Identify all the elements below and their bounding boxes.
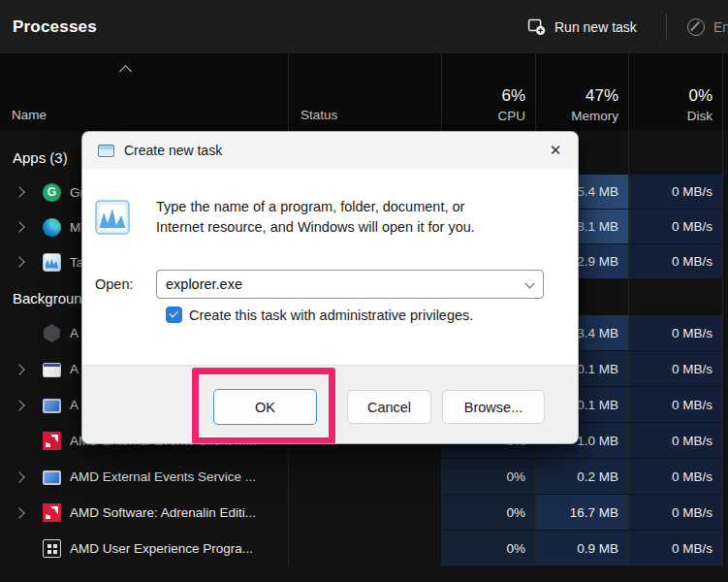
toolbar-divider: [666, 14, 667, 40]
disk-cell: 0 MB/s: [628, 459, 722, 495]
process-name: AMD Software: Adrenalin Editi...: [70, 505, 256, 520]
disk-total-percent: 0%: [688, 86, 712, 106]
disk-cell: 0 MB/s: [628, 351, 722, 387]
run-new-task-button[interactable]: Run new task: [518, 10, 647, 44]
process-row[interactable]: AMD External Events Service ... 0% 0.2 M…: [0, 459, 728, 495]
create-new-task-dialog: Create new task ✕ Type the name of a pro…: [81, 131, 579, 444]
memory-column-header[interactable]: 47% Memory: [535, 53, 628, 131]
grammarly-icon: [43, 183, 61, 202]
disk-cell: 0 MB/s: [628, 495, 722, 531]
disk-cell: 0 MB/s: [628, 531, 722, 566]
disk-cell: 0 MB/s: [628, 175, 722, 210]
process-name: A: [70, 362, 79, 376]
process-name: M: [70, 220, 80, 235]
disk-cell: 0 MB/s: [628, 244, 722, 279]
process-name: AMD User Experience Progra...: [70, 541, 253, 556]
hexagon-icon: [43, 324, 61, 342]
expand-chevron-icon[interactable]: [14, 473, 43, 481]
status-cell: [288, 531, 441, 566]
open-combobox: [156, 270, 544, 299]
disk-cell: 0 MB/s: [628, 315, 722, 351]
memory-total-percent: 47%: [586, 86, 618, 106]
status-cell: [288, 459, 441, 495]
cpu-total-percent: 6%: [501, 86, 525, 106]
end-task-button[interactable]: End task: [678, 10, 728, 44]
sort-ascending-icon: [119, 65, 132, 78]
process-row[interactable]: AMD Software: Adrenalin Editi... 0% 16.7…: [0, 495, 728, 531]
open-input[interactable]: [156, 270, 544, 299]
taskmgr-icon: [43, 253, 61, 272]
task-manager-icon: [95, 200, 130, 235]
status-column-header[interactable]: Status: [288, 53, 441, 131]
expand-chevron-icon[interactable]: [14, 402, 43, 409]
disk-cell: 0 MB/s: [628, 423, 722, 459]
open-label: Open:: [95, 276, 134, 292]
table-header: Name Status 6% CPU 47% Memory 0% Disk: [0, 53, 728, 131]
run-new-task-icon: [527, 17, 546, 36]
page-title: Processes: [13, 0, 97, 53]
cpu-column-header[interactable]: 6% CPU: [441, 53, 535, 131]
end-task-icon: [687, 18, 705, 36]
admin-privileges-checkbox[interactable]: [166, 307, 182, 323]
process-row[interactable]: AMD User Experience Progra... 0% 0.9 MB …: [0, 531, 728, 566]
monitor-icon: [43, 470, 61, 485]
edge-icon: [43, 218, 61, 237]
highlight-annotation: [192, 368, 335, 444]
expand-chevron-icon[interactable]: [14, 223, 43, 231]
dialog-titlebar: Create new task ✕: [82, 132, 578, 169]
admin-privileges-label: Create this task with administrative pri…: [189, 307, 473, 323]
status-cell: [288, 495, 441, 531]
toolbar: Processes Run new task End task: [0, 0, 728, 53]
dialog-message: Type the name of a program, folder, docu…: [156, 197, 554, 238]
expand-chevron-icon[interactable]: [14, 366, 43, 373]
cancel-button[interactable]: Cancel: [347, 390, 431, 424]
disk-cell: 0 MB/s: [628, 387, 722, 423]
cpu-cell: 0%: [441, 459, 535, 495]
run-dialog-icon: [98, 145, 114, 157]
close-icon[interactable]: ✕: [533, 132, 578, 169]
disk-cell: 0 MB/s: [628, 210, 722, 244]
name-column-header[interactable]: Name: [0, 53, 288, 131]
process-name: A: [70, 398, 79, 412]
amd-icon: [43, 432, 61, 450]
window-icon: [43, 363, 61, 377]
expand-chevron-icon[interactable]: [14, 258, 43, 266]
cpu-cell: 0%: [441, 531, 535, 566]
amd-icon: [43, 503, 61, 522]
browse-button[interactable]: Browse...: [442, 390, 545, 424]
run-new-task-label: Run new task: [554, 19, 637, 35]
expand-chevron-icon[interactable]: [14, 188, 43, 196]
building-icon: [43, 539, 61, 558]
process-name: AMD External Events Service ...: [70, 469, 256, 484]
cpu-cell: 0%: [441, 495, 535, 531]
memory-cell: 16.7 MB: [535, 495, 628, 531]
dialog-title: Create new task: [124, 143, 222, 158]
memory-cell: 0.2 MB: [535, 459, 628, 495]
expand-chevron-icon[interactable]: [14, 509, 43, 517]
process-name: A: [70, 326, 79, 340]
end-task-label: End task: [713, 19, 728, 35]
monitor-icon: [43, 399, 61, 413]
memory-cell: 0.9 MB: [535, 531, 628, 566]
disk-column-header[interactable]: 0% Disk: [628, 53, 722, 131]
